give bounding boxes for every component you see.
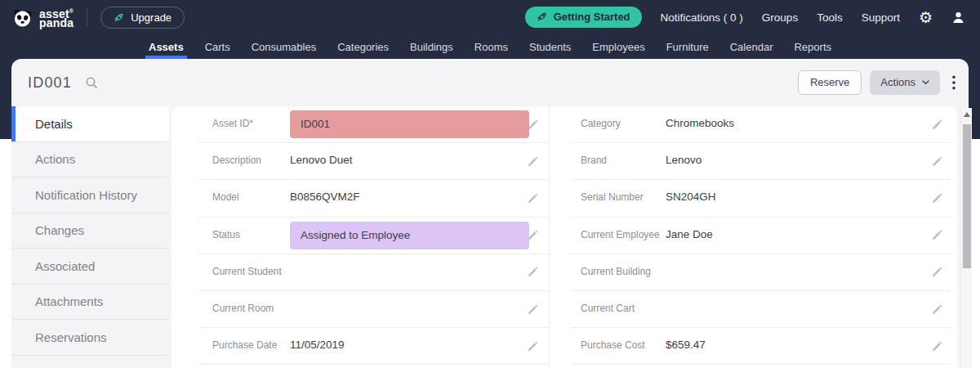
field-label: Status <box>212 228 290 241</box>
field-label: Category <box>581 117 666 130</box>
field-label: Purchase Date <box>212 339 290 352</box>
field-current-building: Current Building <box>550 254 957 291</box>
field-current-room: Current Room <box>172 291 549 328</box>
field-current-student: Current Student <box>172 254 549 291</box>
topbar-right: Getting Started Notifications ( 0 ) Grou… <box>525 7 965 28</box>
field-value: Jane Doe <box>666 228 713 241</box>
topbar-divider <box>87 8 87 26</box>
support-link[interactable]: Support <box>862 11 900 24</box>
tab-calendar[interactable]: Calendar <box>719 34 784 59</box>
tab-furniture[interactable]: Furniture <box>656 34 719 59</box>
field-label: Model <box>212 191 290 204</box>
record-body: Details Actions Notification History Cha… <box>11 106 969 368</box>
edit-pencil-icon[interactable] <box>527 267 538 278</box>
field-value: Lenovo <box>666 154 702 167</box>
field-current-employee: Current Employee Jane Doe <box>550 218 957 254</box>
field-value: SN204GH <box>666 191 716 204</box>
search-icon[interactable] <box>85 76 99 90</box>
tab-buildings[interactable]: Buildings <box>399 34 464 59</box>
field-value-highlighted: Assigned to Employee <box>290 222 529 249</box>
details-form: Asset ID* ID001 Description Lenovo Duet … <box>172 106 957 368</box>
field-category: Category Chromebooks <box>550 106 957 143</box>
tab-students[interactable]: Students <box>519 34 581 59</box>
groups-link[interactable]: Groups <box>762 11 798 24</box>
reserve-button[interactable]: Reserve <box>798 70 862 95</box>
field-label: Asset ID* <box>212 117 290 130</box>
edit-pencil-icon[interactable] <box>931 267 942 278</box>
chevron-down-icon <box>922 80 929 85</box>
sidebar-item-actions[interactable]: Actions <box>11 142 169 178</box>
record-sidebar: Details Actions Notification History Cha… <box>11 106 169 356</box>
tab-reports[interactable]: Reports <box>783 34 842 59</box>
tools-link[interactable]: Tools <box>817 11 843 24</box>
field-label: Brand <box>581 154 666 167</box>
edit-pencil-icon[interactable] <box>931 119 942 131</box>
brand-name: asset® panda <box>39 7 74 29</box>
asset-panda-app: asset® panda Upgrade <box>0 0 980 368</box>
field-value: Lenovo Duet <box>290 154 353 167</box>
module-nav: Assets Carts Consumables Categories Buil… <box>0 34 980 59</box>
field-current-cart: Current Cart <box>550 291 957 328</box>
field-value-highlighted: ID001 <box>290 110 529 138</box>
edit-pencil-icon[interactable] <box>527 193 538 204</box>
edit-pencil-icon[interactable] <box>931 304 942 316</box>
field-label: Current Employee <box>581 228 666 241</box>
record-toolbar: ID001 Reserve Actions <box>11 59 969 106</box>
field-label: Purchase Cost <box>581 339 666 352</box>
kebab-menu-icon[interactable] <box>952 75 956 90</box>
sidebar-item-attachments[interactable]: Attachments <box>11 285 169 321</box>
user-account-icon[interactable] <box>951 11 965 25</box>
field-asset-id: Asset ID* ID001 <box>172 106 549 143</box>
field-brand: Brand Lenovo <box>550 143 957 180</box>
edit-pencil-icon[interactable] <box>931 341 942 352</box>
top-bar: asset® panda Upgrade <box>0 0 980 34</box>
tab-rooms[interactable]: Rooms <box>464 34 519 59</box>
tab-employees[interactable]: Employees <box>581 34 655 59</box>
vertical-scrollbar[interactable] <box>960 108 972 368</box>
form-column-right: Category Chromebooks Brand Lenovo Serial… <box>549 106 957 368</box>
edit-pencil-icon[interactable] <box>527 119 538 131</box>
edit-pencil-icon[interactable] <box>931 156 942 168</box>
rocket-icon <box>114 12 124 23</box>
panda-logo-icon <box>11 7 33 29</box>
upgrade-button[interactable]: Upgrade <box>100 7 185 29</box>
edit-pencil-icon[interactable] <box>527 156 538 168</box>
sidebar-item-changes[interactable]: Changes <box>11 213 169 249</box>
field-serial-number: Serial Number SN204GH <box>550 180 957 217</box>
tab-categories[interactable]: Categories <box>327 34 399 59</box>
sidebar-item-notification-history[interactable]: Notification History <box>11 177 169 213</box>
getting-started-label: Getting Started <box>554 11 630 23</box>
field-label: Current Cart <box>581 302 666 315</box>
edit-pencil-icon[interactable] <box>931 230 942 241</box>
tab-carts[interactable]: Carts <box>194 34 241 59</box>
sidebar-item-associated[interactable]: Associated <box>11 249 169 285</box>
field-label: Serial Number <box>581 191 666 204</box>
brand-logo[interactable]: asset® panda <box>11 7 74 29</box>
getting-started-button[interactable]: Getting Started <box>525 7 642 28</box>
edit-pencil-icon[interactable] <box>527 230 538 241</box>
edit-pencil-icon[interactable] <box>527 341 538 352</box>
field-value: Chromebooks <box>666 117 734 130</box>
field-value: 11/05/2019 <box>290 339 345 352</box>
form-column-left: Asset ID* ID001 Description Lenovo Duet … <box>172 106 549 368</box>
record-id: ID001 <box>28 74 72 92</box>
sidebar-item-details[interactable]: Details <box>11 106 169 142</box>
edit-pencil-icon[interactable] <box>527 304 538 316</box>
field-label: Current Building <box>581 265 666 278</box>
record-panel: ID001 Reserve Actions <box>11 59 969 368</box>
field-purchase-date: Purchase Date 11/05/2019 <box>172 328 549 365</box>
notifications-link[interactable]: Notifications ( 0 ) <box>661 11 743 24</box>
scrollbar-thumb[interactable] <box>963 124 971 268</box>
field-value: $659.47 <box>666 339 706 352</box>
field-value: B0856QVM2F <box>290 191 360 204</box>
actions-label: Actions <box>880 76 915 88</box>
scroll-up-arrow-icon[interactable] <box>964 112 970 117</box>
actions-button[interactable]: Actions <box>870 70 940 95</box>
tab-consumables[interactable]: Consumables <box>241 34 327 59</box>
rocket-icon <box>537 11 547 22</box>
field-label: Description <box>212 154 290 167</box>
edit-pencil-icon[interactable] <box>931 193 942 204</box>
tab-assets[interactable]: Assets <box>138 34 194 59</box>
sidebar-item-reservations[interactable]: Reservations <box>11 320 169 356</box>
settings-gear-icon[interactable]: ⚙ <box>919 10 933 25</box>
